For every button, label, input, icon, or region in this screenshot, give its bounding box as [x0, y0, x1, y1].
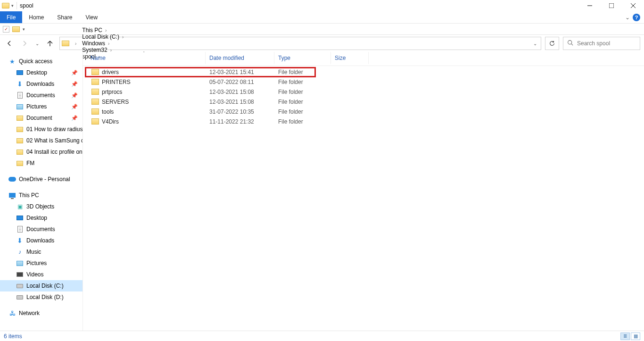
crumb-sep[interactable]: ›	[71, 41, 78, 46]
folder-icon	[16, 125, 24, 133]
sidebar-item-label: 02 What is SamSung cl	[26, 137, 83, 144]
sidebar-item[interactable]: Pictures📌	[0, 101, 83, 112]
sidebar-item[interactable]: Pictures	[0, 258, 83, 269]
file-list[interactable]: drivers12-03-2021 15:41File folderPRINTE…	[83, 66, 644, 126]
sidebar-item-label: 01 How to draw radius	[26, 126, 83, 133]
forward-button[interactable]	[19, 38, 30, 49]
tab-view[interactable]: View	[79, 11, 104, 23]
file-row[interactable]: PRINTERS05-07-2022 08:11File folder	[83, 77, 644, 87]
file-name: drivers	[102, 69, 119, 75]
sidebar-item[interactable]: ♪Music	[0, 246, 83, 258]
properties-icon[interactable]: ✓	[3, 26, 9, 33]
folder-icon	[91, 99, 99, 105]
qat-dropdown-icon[interactable]: ▾	[11, 3, 14, 8]
onedrive-icon	[8, 175, 16, 183]
sidebar-item-label: Document	[26, 115, 52, 121]
sidebar-item[interactable]: Document📌	[0, 112, 83, 124]
address-bar[interactable]: › This PC›Local Disk (C:)›Windows›System…	[59, 37, 541, 50]
file-name: prtprocs	[102, 89, 122, 95]
sidebar-item[interactable]: 04 Install icc profile on	[0, 146, 83, 158]
tab-home[interactable]: Home	[22, 11, 50, 23]
ribbon-expand-icon[interactable]: ⌄	[625, 14, 630, 21]
recent-locations-button[interactable]: ⌄	[34, 38, 41, 49]
file-row[interactable]: SERVERS12-03-2021 15:08File folder	[83, 97, 644, 107]
sidebar-item[interactable]: Documents📌	[0, 90, 83, 101]
pin-icon: 📌	[71, 92, 78, 99]
sidebar-network[interactable]: 🖧 Network	[0, 308, 83, 319]
file-name: SERVERS	[102, 99, 129, 105]
breadcrumb-segment[interactable]: This PC›	[80, 27, 125, 33]
pin-icon: 📌	[71, 81, 78, 87]
sidebar-item[interactable]: Desktop📌	[0, 67, 83, 78]
svg-line-5	[571, 44, 573, 45]
back-button[interactable]	[4, 38, 15, 49]
pin-icon: 📌	[71, 104, 78, 110]
sidebar-item-label: 3D Objects	[26, 203, 54, 210]
folder-icon	[91, 79, 99, 85]
file-type: File folder	[274, 69, 331, 75]
desktop-icon	[16, 214, 24, 222]
sidebar-item[interactable]: FM	[0, 158, 83, 169]
sidebar-item-label: Pictures	[26, 103, 47, 110]
svg-rect-1	[609, 3, 614, 8]
view-details-icon[interactable]: ≣	[620, 333, 630, 340]
sidebar-item[interactable]: ⬇Downloads📌	[0, 78, 83, 90]
help-icon[interactable]: ?	[633, 14, 640, 21]
ribbon: File Home Share View ⌄ ?	[0, 11, 644, 24]
column-name[interactable]: ˄ Name	[83, 52, 206, 64]
file-row[interactable]: drivers12-03-2021 15:41File folder	[83, 67, 644, 77]
sidebar-item[interactable]: 01 How to draw radius	[0, 124, 83, 135]
sidebar-item[interactable]: ▣3D Objects	[0, 201, 83, 212]
sidebar-item-label: Downloads	[26, 237, 54, 244]
file-date: 12-03-2021 15:41	[206, 69, 274, 75]
file-row[interactable]: prtprocs12-03-2021 15:08File folder	[83, 87, 644, 97]
sidebar-item[interactable]: ⬇Downloads	[0, 235, 83, 246]
file-name: tools	[102, 108, 114, 115]
sidebar-item[interactable]: Desktop	[0, 212, 83, 224]
sidebar-item[interactable]: Documents	[0, 224, 83, 235]
view-large-icon[interactable]: ▦	[631, 333, 640, 340]
disk-icon	[16, 293, 24, 301]
folder-icon	[16, 137, 24, 144]
folder-icon	[16, 148, 24, 156]
video-icon	[16, 271, 24, 278]
sidebar-this-pc[interactable]: This PC	[0, 190, 83, 201]
pic-icon	[16, 103, 24, 110]
tab-share[interactable]: Share	[50, 11, 79, 23]
sidebar-item[interactable]: 02 What is SamSung cl	[0, 135, 83, 146]
chevron-right-icon: ›	[106, 41, 109, 46]
sidebar-item[interactable]: Local Disk (C:)	[0, 280, 83, 291]
sidebar-item-label: Music	[26, 249, 41, 255]
sidebar-item[interactable]: Local Disk (D:)	[0, 291, 83, 303]
address-dropdown-icon[interactable]: ⌄	[529, 37, 541, 50]
sidebar-item-label: Local Disk (C:)	[26, 283, 64, 289]
column-type[interactable]: Type	[274, 52, 331, 64]
sidebar-item-label: Pictures	[26, 260, 47, 266]
file-row[interactable]: V4Dirs11-11-2022 21:32File folder	[83, 116, 644, 126]
item-count: 6 items	[4, 333, 22, 340]
sidebar-item[interactable]: Videos	[0, 269, 83, 280]
window-title: spool	[20, 2, 33, 9]
column-size[interactable]: Size	[331, 52, 369, 64]
status-bar: 6 items ≣ ▦	[0, 331, 644, 341]
dl-icon: ⬇	[16, 237, 24, 244]
tab-file[interactable]: File	[0, 11, 22, 23]
nav-pane[interactable]: ★ Quick access Desktop📌⬇Downloads📌Docume…	[0, 52, 83, 331]
minimize-button[interactable]	[579, 0, 601, 11]
window-controls	[579, 0, 644, 11]
qat-more-icon[interactable]: ▾	[23, 27, 25, 32]
column-date[interactable]: Date modified	[206, 52, 274, 64]
search-input[interactable]: Search spool	[563, 37, 640, 50]
new-folder-icon[interactable]	[12, 26, 20, 32]
sidebar-item-label: Desktop	[26, 69, 47, 76]
maximize-button[interactable]	[601, 0, 622, 11]
refresh-button[interactable]	[545, 37, 559, 50]
file-row[interactable]: tools31-07-2022 10:35File folder	[83, 107, 644, 116]
breadcrumb-segment[interactable]: Windows›	[80, 40, 125, 47]
close-button[interactable]	[622, 0, 644, 11]
sidebar-quick-access[interactable]: ★ Quick access	[0, 56, 83, 67]
sidebar-onedrive[interactable]: OneDrive - Personal	[0, 174, 83, 185]
folder-icon	[91, 118, 99, 125]
breadcrumb-segment[interactable]: Local Disk (C:)›	[80, 33, 125, 40]
up-button[interactable]	[44, 38, 56, 49]
